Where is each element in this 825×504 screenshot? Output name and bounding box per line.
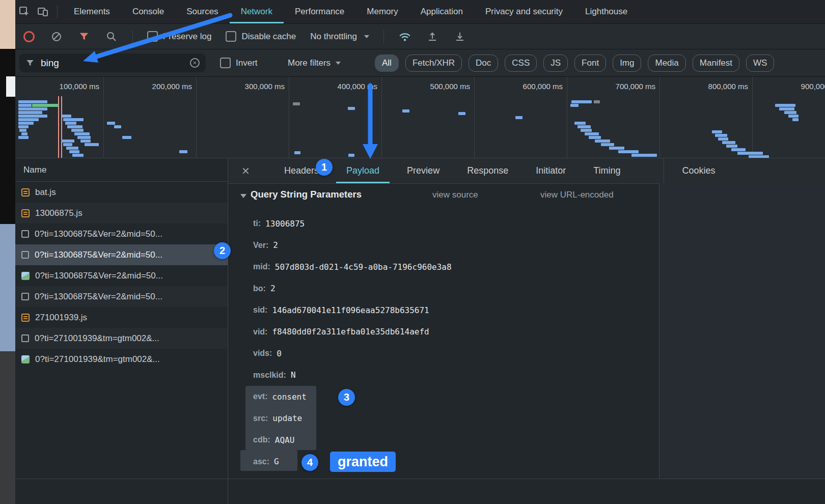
- request-timing-bar[interactable]: [18, 107, 47, 110]
- request-timing-bar[interactable]: [581, 129, 592, 132]
- request-timing-bar[interactable]: [293, 102, 300, 105]
- request-timing-bar[interactable]: [779, 107, 794, 110]
- request-timing-bar[interactable]: [792, 118, 799, 121]
- search-button[interactable]: [105, 30, 118, 43]
- detail-tab-cookies[interactable]: Cookies: [672, 158, 726, 183]
- request-timing-bar[interactable]: [18, 100, 47, 103]
- section-title[interactable]: Query String Parameters: [251, 189, 362, 200]
- request-timing-bar[interactable]: [578, 125, 591, 128]
- request-row[interactable]: 0?ti=13006875&Ver=2&mid=50...: [15, 244, 228, 265]
- payload-param-row[interactable]: msclkid:N: [228, 365, 659, 386]
- clear-filter-icon[interactable]: ✕: [190, 58, 200, 68]
- throttling-select[interactable]: No throttling: [310, 32, 369, 42]
- request-timing-bar[interactable]: [775, 104, 795, 107]
- tab-memory[interactable]: Memory: [355, 0, 409, 23]
- detail-tab-payload[interactable]: Payload: [336, 158, 390, 183]
- request-timing-bar[interactable]: [294, 151, 300, 154]
- close-icon[interactable]: ✕: [241, 158, 250, 183]
- view-source-link[interactable]: view source: [432, 190, 478, 200]
- detail-tab-headers[interactable]: Headers: [274, 158, 329, 183]
- filter-type-fetch-xhr[interactable]: Fetch/XHR: [405, 54, 462, 72]
- tab-network[interactable]: Network: [230, 0, 284, 23]
- request-timing-bar[interactable]: [18, 111, 42, 114]
- request-timing-bar[interactable]: [715, 134, 727, 137]
- request-timing-bar[interactable]: [18, 104, 32, 107]
- request-timing-bar[interactable]: [32, 104, 59, 107]
- request-timing-bar[interactable]: [74, 132, 90, 135]
- request-timing-bar[interactable]: [18, 125, 29, 128]
- tab-sources[interactable]: Sources: [175, 0, 229, 23]
- import-har-icon[interactable]: [426, 30, 439, 43]
- request-timing-bar[interactable]: [574, 122, 586, 125]
- request-timing-bar[interactable]: [18, 136, 29, 139]
- view-url-encoded-link[interactable]: view URL-encoded: [540, 190, 614, 200]
- request-row[interactable]: 0?ti=13006875&Ver=2&mid=50...: [15, 265, 228, 286]
- request-timing-bar[interactable]: [594, 100, 600, 103]
- request-timing-bar[interactable]: [726, 145, 737, 148]
- detail-tab-timing[interactable]: Timing: [583, 158, 630, 183]
- payload-param-row[interactable]: src:update: [228, 408, 659, 430]
- request-timing-bar[interactable]: [77, 136, 91, 139]
- request-timing-bar[interactable]: [609, 147, 624, 150]
- payload-param-row[interactable]: bo:2: [228, 278, 659, 300]
- request-timing-bar[interactable]: [788, 115, 799, 118]
- request-timing-bar[interactable]: [107, 122, 115, 125]
- request-timing-bar[interactable]: [63, 143, 72, 146]
- request-timing-bar[interactable]: [585, 132, 599, 135]
- detail-tab-preview[interactable]: Preview: [397, 158, 450, 183]
- request-timing-bar[interactable]: [61, 139, 74, 143]
- filter-type-font[interactable]: Font: [574, 54, 606, 72]
- network-conditions-icon[interactable]: [398, 30, 411, 43]
- request-timing-bar[interactable]: [67, 125, 82, 128]
- tab-console[interactable]: Console: [121, 0, 175, 23]
- request-timing-bar[interactable]: [19, 129, 26, 132]
- request-timing-bar[interactable]: [784, 111, 796, 114]
- request-timing-bar[interactable]: [595, 139, 610, 143]
- filter-input[interactable]: bing ✕: [19, 53, 206, 72]
- collapse-triangle-icon[interactable]: [240, 194, 246, 198]
- tab-application[interactable]: Application: [409, 0, 474, 23]
- invert-toggle[interactable]: Invert: [220, 49, 258, 76]
- device-toolbar-icon[interactable]: [34, 3, 52, 21]
- request-timing-bar[interactable]: [348, 154, 354, 157]
- filter-type-js[interactable]: JS: [543, 54, 568, 72]
- request-row[interactable]: 0?ti=271001939&tm=gtm002&...: [15, 328, 228, 349]
- request-timing-bar[interactable]: [85, 143, 99, 146]
- filter-type-img[interactable]: Img: [613, 54, 641, 72]
- request-timing-bar[interactable]: [71, 129, 84, 132]
- payload-param-row[interactable]: vid:f8480dd0f2a311efba01e35db614aefd: [228, 321, 659, 343]
- payload-param-row[interactable]: sid:146ad670041e11f096eaa5278b635671: [228, 299, 659, 321]
- record-button[interactable]: [22, 30, 36, 43]
- preserve-log-toggle[interactable]: Preserve log: [147, 31, 211, 42]
- payload-param-row[interactable]: cdb:AQAU: [228, 429, 659, 451]
- filter-type-css[interactable]: CSS: [505, 54, 537, 72]
- request-timing-bar[interactable]: [63, 118, 84, 121]
- disable-cache-toggle[interactable]: Disable cache: [226, 31, 296, 42]
- request-timing-bar[interactable]: [712, 130, 722, 133]
- invert-checkbox[interactable]: [220, 58, 231, 68]
- inspect-element-icon[interactable]: [15, 3, 34, 21]
- payload-param-row[interactable]: asc:G: [228, 451, 659, 473]
- request-timing-bar[interactable]: [18, 118, 39, 121]
- request-timing-bar[interactable]: [402, 109, 409, 113]
- request-timing-bar[interactable]: [618, 150, 639, 153]
- request-timing-bar[interactable]: [179, 150, 187, 153]
- detail-tab-initiator[interactable]: Initiator: [526, 158, 576, 183]
- request-timing-bar[interactable]: [601, 143, 614, 146]
- request-timing-bar[interactable]: [72, 154, 84, 157]
- request-timing-bar[interactable]: [718, 137, 728, 141]
- request-row[interactable]: 271001939.js: [15, 307, 228, 328]
- filter-type-manifest[interactable]: Manifest: [693, 54, 739, 72]
- detail-tab-response[interactable]: Response: [457, 158, 518, 183]
- waterfall-overview[interactable]: 100,000 ms200,000 ms300,000 ms400,000 ms…: [15, 77, 825, 158]
- request-timing-bar[interactable]: [122, 136, 131, 139]
- request-timing-bar[interactable]: [80, 139, 91, 143]
- filter-type-media[interactable]: Media: [648, 54, 685, 72]
- request-timing-bar[interactable]: [21, 132, 28, 135]
- request-timing-bar[interactable]: [631, 154, 657, 157]
- request-row[interactable]: bat.js: [15, 182, 228, 203]
- preserve-log-checkbox[interactable]: [147, 31, 158, 42]
- request-timing-bar[interactable]: [62, 115, 71, 118]
- disable-cache-checkbox[interactable]: [226, 31, 236, 42]
- payload-param-row[interactable]: vids:0: [228, 343, 659, 365]
